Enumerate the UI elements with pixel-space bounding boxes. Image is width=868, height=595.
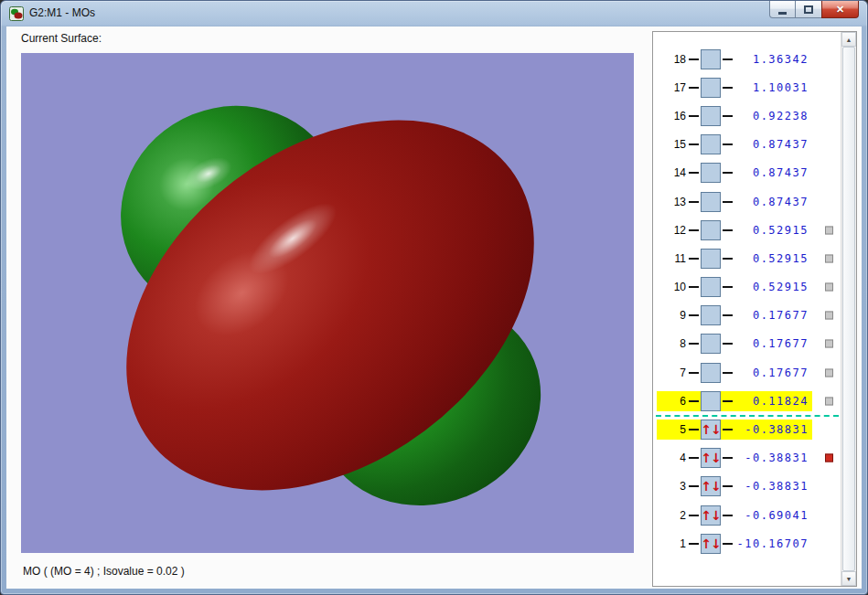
close-button[interactable]: ✕	[821, 1, 859, 18]
mo-virtual-box[interactable]	[701, 49, 721, 69]
mo-virtual-box[interactable]	[701, 249, 721, 269]
mo-row: 181.36342	[653, 45, 841, 73]
mo-virtual-box[interactable]	[701, 334, 721, 354]
mo-row: 3↑↓-0.38831	[653, 473, 841, 501]
mo-row: 120.52915	[653, 216, 841, 244]
scroll-up-button[interactable]: ▲	[841, 32, 856, 47]
mo-row-main: 120.52915	[657, 220, 812, 240]
mo-surface-render	[21, 53, 634, 553]
mo-row: 110.52915	[653, 244, 841, 272]
mo-indicator-gray[interactable]	[825, 397, 833, 405]
mo-number: 9	[660, 309, 686, 322]
mo-indicator-gray[interactable]	[825, 226, 833, 234]
mo-occupied-box[interactable]: ↑↓	[701, 420, 721, 440]
window-title: G2:M1 - MOs	[29, 1, 95, 26]
mo-list-scrollbar[interactable]: ▲ ▼	[841, 32, 856, 586]
mo-row-main: 171.10031	[657, 78, 812, 98]
spin-up-arrow-icon: ↑	[701, 478, 711, 494]
mo-level-line	[723, 543, 733, 545]
mo-level-line	[689, 143, 699, 145]
mo-row: 70.17677	[653, 358, 841, 387]
mo-virtual-box[interactable]	[701, 134, 721, 154]
mo-list: 181.36342171.10031160.92238150.87437140.…	[653, 32, 841, 586]
mo-virtual-box[interactable]	[701, 391, 721, 411]
mo-level-line	[689, 58, 699, 60]
mo-indicator-gray[interactable]	[825, 254, 833, 262]
mo-energy-panel: 181.36342171.10031160.92238150.87437140.…	[652, 31, 857, 587]
mo-number: 3	[660, 480, 686, 493]
titlebar[interactable]: G2:M1 - MOs ✕	[1, 1, 867, 27]
mo-level-line	[689, 314, 699, 316]
mo-level-line	[723, 258, 733, 260]
homo-lumo-divider	[656, 415, 839, 417]
mo-virtual-box[interactable]	[701, 220, 721, 240]
mo-energy-value: 0.92238	[735, 110, 809, 122]
mo-level-line	[689, 258, 699, 260]
spin-up-arrow-icon: ↑	[701, 507, 711, 524]
mo-occupied-box[interactable]: ↑↓	[701, 505, 721, 526]
mo-row-main: 181.36342	[657, 49, 812, 69]
mo-row-main: 80.17677	[657, 334, 812, 354]
spin-up-arrow-icon: ↑	[701, 450, 711, 466]
mo-level-line	[723, 429, 733, 430]
mo-virtual-box[interactable]	[701, 192, 721, 212]
mo-number: 12	[660, 224, 686, 237]
mo-indicator-red[interactable]	[825, 454, 833, 462]
mo-row-selection-highlight: 60.11824	[657, 391, 812, 411]
mo-number: 6	[660, 395, 686, 408]
mo-occupied-box[interactable]: ↑↓	[701, 476, 721, 496]
mo-row: 80.17677	[653, 330, 841, 358]
mo-level-line	[723, 58, 733, 60]
mo-indicator-gray[interactable]	[825, 283, 833, 292]
mo-row: 160.92238	[653, 101, 841, 130]
mo-level-line	[723, 515, 733, 516]
mo-viewport[interactable]	[21, 53, 634, 553]
mo-row: 130.87437	[653, 187, 841, 216]
mo-occupied-box[interactable]: ↑↓	[701, 534, 721, 554]
spin-down-arrow-icon: ↓	[711, 478, 721, 494]
mo-virtual-box[interactable]	[701, 106, 721, 126]
mo-virtual-box[interactable]	[701, 305, 721, 325]
maximize-button[interactable]	[796, 1, 821, 18]
scrollbar-thumb[interactable]	[842, 47, 855, 571]
mo-level-line	[689, 515, 699, 516]
mo-level-line	[723, 229, 733, 231]
mo-energy-value: 0.87437	[735, 166, 809, 179]
mo-number: 4	[660, 452, 686, 464]
mo-virtual-box[interactable]	[701, 277, 721, 297]
mo-level-line	[723, 400, 733, 402]
mo-number: 8	[660, 337, 686, 350]
mo-level-line	[689, 400, 699, 402]
maximize-icon	[804, 5, 813, 14]
mo-energy-value: 0.52915	[735, 224, 809, 237]
mo-row: 60.11824	[653, 387, 841, 415]
window-controls: ✕	[769, 1, 859, 18]
mo-row-main: 160.92238	[657, 106, 812, 126]
mo-energy-value: 0.87437	[735, 196, 809, 208]
mo-level-line	[723, 201, 733, 203]
mo-indicator-gray[interactable]	[825, 368, 833, 377]
mo-virtual-box[interactable]	[701, 78, 721, 98]
mo-status-text: MO ( (MO = 4) ; Isovalue = 0.02 )	[23, 565, 185, 578]
scroll-down-button[interactable]: ▼	[841, 571, 856, 586]
mo-number: 11	[660, 252, 686, 265]
mo-row: 4↑↓-0.38831	[653, 444, 841, 473]
mo-indicator-gray[interactable]	[825, 340, 833, 348]
mo-row: 2↑↓-0.69041	[653, 501, 841, 529]
mo-row-selection-highlight: 5↑↓-0.38831	[657, 420, 812, 440]
mo-level-line	[723, 485, 733, 487]
mo-virtual-box[interactable]	[701, 363, 721, 383]
mo-number: 17	[660, 81, 686, 94]
mo-number: 2	[660, 509, 686, 522]
mo-indicator-gray[interactable]	[825, 312, 833, 320]
spin-up-arrow-icon: ↑	[701, 421, 711, 438]
mo-row-main: 140.87437	[657, 163, 812, 183]
mos-window: G2:M1 - MOs ✕ Current Surface:	[0, 0, 868, 595]
current-surface-label: Current Surface:	[21, 32, 102, 45]
minimize-button[interactable]	[769, 1, 796, 18]
mo-virtual-box[interactable]	[701, 163, 721, 183]
mo-energy-value: 0.52915	[735, 281, 809, 293]
mo-energy-value: 1.36342	[735, 53, 809, 66]
mo-number: 7	[660, 367, 686, 379]
mo-occupied-box[interactable]: ↑↓	[701, 448, 721, 468]
